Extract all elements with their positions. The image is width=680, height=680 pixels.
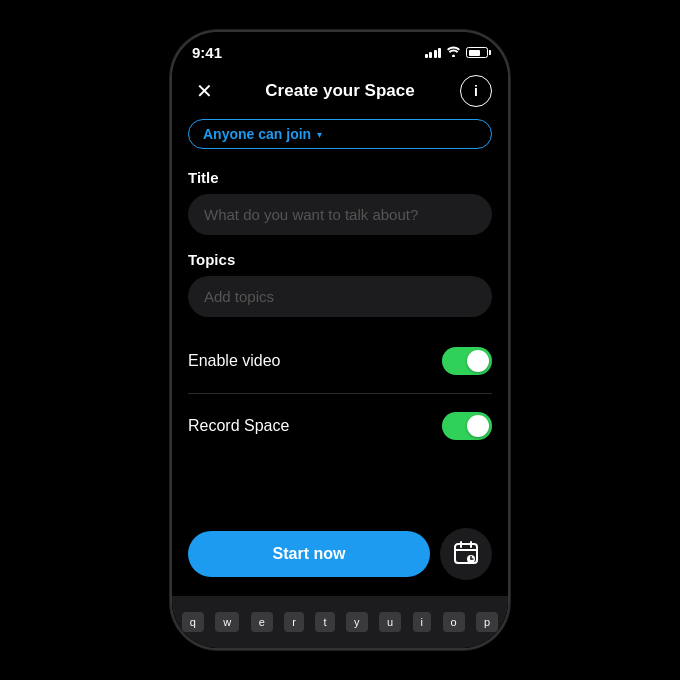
key-q[interactable]: q: [182, 612, 204, 632]
key-p[interactable]: p: [476, 612, 498, 632]
key-u[interactable]: u: [379, 612, 401, 632]
keyboard-area: q w e r t y u i o p: [172, 596, 508, 648]
svg-point-0: [452, 54, 455, 57]
page-title: Create your Space: [265, 81, 414, 101]
body-content: Anyone can join ▾ Title Topics Add topic…: [172, 119, 508, 516]
chevron-down-icon: ▾: [317, 129, 322, 140]
key-r[interactable]: r: [284, 612, 304, 632]
app-content: ✕ Create your Space i Anyone can join ▾ …: [172, 67, 508, 648]
key-o[interactable]: o: [443, 612, 465, 632]
battery-icon: [466, 47, 488, 58]
close-button[interactable]: ✕: [188, 75, 220, 107]
join-dropdown[interactable]: Anyone can join ▾: [188, 119, 492, 149]
info-icon: i: [474, 83, 478, 99]
schedule-icon: [453, 540, 479, 569]
title-input[interactable]: [188, 194, 492, 235]
wifi-icon: [446, 46, 461, 60]
key-i[interactable]: i: [413, 612, 431, 632]
signal-bars-icon: [425, 48, 442, 58]
close-icon: ✕: [196, 79, 213, 103]
info-button[interactable]: i: [460, 75, 492, 107]
header: ✕ Create your Space i: [172, 67, 508, 119]
schedule-button[interactable]: [440, 528, 492, 580]
key-y[interactable]: y: [346, 612, 368, 632]
record-space-row: Record Space: [188, 398, 492, 454]
bottom-actions: Start now: [172, 516, 508, 596]
toggle-knob-record: [467, 415, 489, 437]
record-space-toggle[interactable]: [442, 412, 492, 440]
phone-frame: 9:41: [170, 30, 510, 650]
topics-label: Topics: [188, 251, 492, 268]
join-dropdown-label: Anyone can join: [203, 126, 311, 142]
key-t[interactable]: t: [315, 612, 334, 632]
toggle-knob-video: [467, 350, 489, 372]
title-field-group: Title: [188, 169, 492, 235]
status-bar: 9:41: [172, 32, 508, 67]
topics-input[interactable]: Add topics: [188, 276, 492, 317]
phone-screen: 9:41: [172, 32, 508, 648]
record-space-label: Record Space: [188, 417, 289, 435]
title-label: Title: [188, 169, 492, 186]
status-icons: [425, 46, 489, 60]
status-time: 9:41: [192, 44, 222, 61]
enable-video-toggle[interactable]: [442, 347, 492, 375]
start-now-button[interactable]: Start now: [188, 531, 430, 577]
enable-video-label: Enable video: [188, 352, 281, 370]
divider: [188, 393, 492, 394]
key-w[interactable]: w: [215, 612, 239, 632]
dynamic-island: [326, 42, 354, 52]
topics-field-group: Topics Add topics: [188, 251, 492, 317]
enable-video-row: Enable video: [188, 333, 492, 389]
key-e[interactable]: e: [251, 612, 273, 632]
